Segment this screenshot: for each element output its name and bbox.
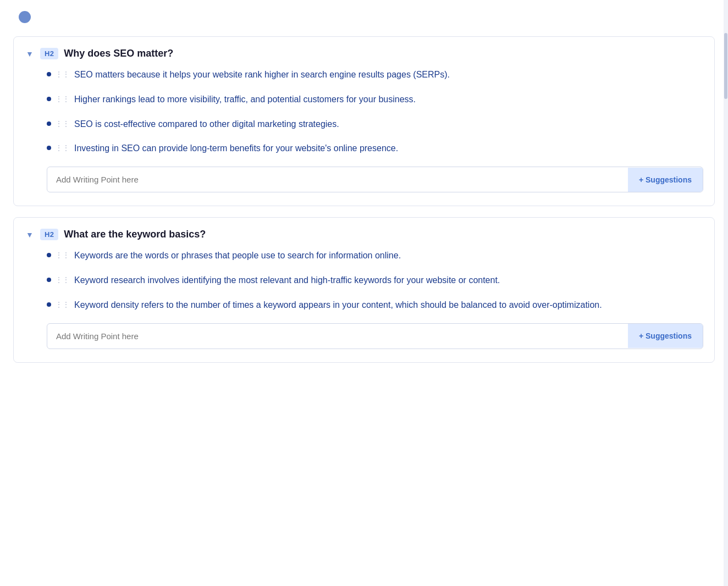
point-text: SEO matters because it helps your websit… — [74, 68, 703, 82]
point-text: Keyword research involves identifying th… — [74, 274, 703, 288]
scrollbar[interactable] — [724, 0, 728, 586]
suggestions-button-1[interactable]: + Suggestions — [628, 324, 703, 348]
bullet-dot — [47, 253, 51, 257]
writing-point-item: ⋮⋮Keyword research involves identifying … — [47, 274, 703, 288]
bullet-dot — [47, 146, 51, 150]
point-text: SEO is cost-effective compared to other … — [74, 118, 703, 131]
add-point-input-0[interactable] — [47, 167, 628, 192]
writing-point-item: ⋮⋮Keywords are the words or phrases that… — [47, 249, 703, 263]
bullet-dot — [47, 97, 51, 101]
point-text: Investing in SEO can provide long-term b… — [74, 142, 703, 156]
add-point-row-0: + Suggestions — [47, 167, 703, 192]
drag-handle[interactable]: ⋮⋮ — [56, 95, 70, 103]
point-text: Keywords are the words or phrases that p… — [74, 249, 703, 263]
writing-points-list-0: ⋮⋮SEO matters because it helps your webs… — [47, 68, 703, 156]
h2-badge-0: H2 — [40, 48, 58, 59]
point-text: Keyword density refers to the number of … — [74, 298, 703, 312]
section-header-0: ▼H2Why does SEO matter? — [25, 48, 703, 59]
section-card-1: ▼H2What are the keyword basics?⋮⋮Keyword… — [13, 217, 715, 362]
drag-handle[interactable]: ⋮⋮ — [56, 144, 70, 152]
bullet-dot — [47, 72, 51, 76]
point-text: Higher rankings lead to more visibility,… — [74, 93, 703, 107]
bullet-dot — [47, 302, 51, 307]
drag-handle[interactable]: ⋮⋮ — [56, 276, 70, 284]
collapse-arrow-0[interactable]: ▼ — [25, 49, 35, 59]
drag-handle[interactable]: ⋮⋮ — [56, 70, 70, 78]
collapse-arrow-1[interactable]: ▼ — [25, 230, 35, 240]
info-icon[interactable] — [19, 11, 31, 23]
drag-handle[interactable]: ⋮⋮ — [56, 120, 70, 128]
drag-handle[interactable]: ⋮⋮ — [56, 251, 70, 259]
bullet-dot — [47, 121, 51, 126]
add-point-input-1[interactable] — [47, 324, 628, 349]
drag-handle[interactable]: ⋮⋮ — [56, 301, 70, 308]
scrollbar-thumb[interactable] — [724, 33, 727, 99]
writing-point-item: ⋮⋮SEO is cost-effective compared to othe… — [47, 118, 703, 131]
writing-point-item: ⋮⋮Keyword density refers to the number o… — [47, 298, 703, 312]
writing-points-list-1: ⋮⋮Keywords are the words or phrases that… — [47, 249, 703, 312]
writing-point-item: ⋮⋮SEO matters because it helps your webs… — [47, 68, 703, 82]
h2-badge-1: H2 — [40, 229, 58, 240]
section-header-1: ▼H2What are the keyword basics? — [25, 229, 703, 240]
bullet-dot — [47, 278, 51, 282]
section-card-0: ▼H2Why does SEO matter?⋮⋮SEO matters bec… — [13, 36, 715, 206]
section-title-1: What are the keyword basics? — [64, 229, 206, 240]
add-point-row-1: + Suggestions — [47, 323, 703, 349]
suggestions-button-0[interactable]: + Suggestions — [628, 168, 703, 192]
writing-point-item: ⋮⋮Investing in SEO can provide long-term… — [47, 142, 703, 156]
section-title-0: Why does SEO matter? — [64, 48, 173, 59]
writing-point-item: ⋮⋮Higher rankings lead to more visibilit… — [47, 93, 703, 107]
